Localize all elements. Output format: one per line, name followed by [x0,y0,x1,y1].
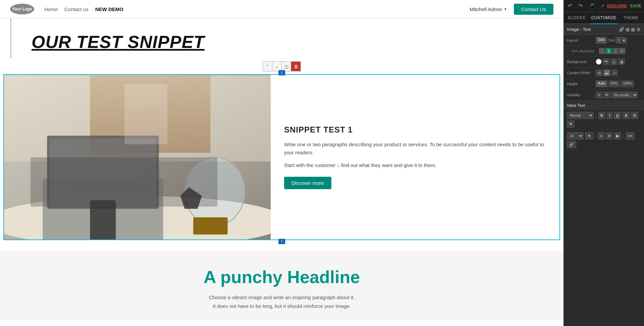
contact-button[interactable]: Contact Us [514,4,553,15]
visibility-eye-icon[interactable]: 👁 [603,92,610,98]
align-middle-icon[interactable]: ‖ [606,48,612,54]
nav-demo[interactable]: NEW DEMO [95,6,123,12]
svg-marker-10 [180,187,202,209]
text-edit-button[interactable]: ✎ [567,120,575,128]
list-ordered-button[interactable]: ≠ [606,132,612,140]
panel-top-bar: ↶ ↷ 📱 ↗ DISCARD SAVE [564,0,644,12]
block-para1: Write one or two paragraphs describing y… [284,141,546,157]
format-divider-3 [623,133,624,139]
discard-button[interactable]: DISCARD [607,3,627,8]
italic-button[interactable]: I [607,112,612,119]
strikethrough-button[interactable]: S [623,112,630,119]
grid-button[interactable]: ◫ [282,62,291,71]
punchy-headline: A punchy Headline [10,267,553,287]
svg-rect-11 [124,84,167,144]
bold-button[interactable]: B [598,112,605,119]
layout-label: Layout [567,38,594,42]
inline-text-style-row: Normal Heading 1 Heading 2 B I U S A ✎ [564,110,644,130]
content-width-controls: +‖ ▬ ▭ [596,69,618,76]
desk-image [4,75,271,239]
width-normal-icon[interactable]: ▬ [603,69,610,76]
inline-text-label: Inline Text [567,103,585,108]
bg-image-icon[interactable]: 📷 [603,58,609,65]
play-button[interactable]: ▶ [614,132,621,140]
bg-color-picker[interactable] [596,59,602,65]
height-auto-btn[interactable]: Auto [596,80,607,87]
duplicate-icon[interactable]: ▩ [631,27,635,32]
admin-caret-icon: ▼ [504,7,507,11]
vert-align-row: Vert. Alignment ⊤ ‖ ⊥ ⇅ [564,46,644,56]
grid-btn[interactable]: Grid [596,37,607,44]
visibility-label: Visibility [567,93,594,97]
panel-tabs: BLOCKS CUSTOMIZE THEME [564,12,644,24]
block-para2: Start with the customer – find out what … [284,161,546,169]
source-button[interactable]: <> [626,132,635,140]
nav-contact[interactable]: Contact us [64,6,89,12]
visibility-edit-icon[interactable]: ✎ [596,92,602,98]
trash-icon[interactable]: 🗑 [636,27,641,32]
align-bottom-icon[interactable]: ⊥ [612,48,619,54]
redo-button[interactable]: ↷ [577,2,584,10]
visibility-controls: ✎ 👁 No conditi... [596,92,638,98]
snippet-title: OUR TEST SNIPPET [32,32,543,52]
svg-rect-9 [193,217,228,234]
block-heading: SNIPPET TEST 1 [284,125,546,134]
bg-video-icon[interactable]: ◫ [610,58,617,65]
visibility-condition-select[interactable]: No conditi... [611,92,638,98]
logo: Your Logo [10,4,34,14]
list-unordered-button[interactable]: ≡ [598,132,604,140]
punchy-sub1: Choose a vibrant image and write an insp… [10,293,553,302]
block-indicator-bottom: ! [278,239,285,244]
background-controls: 📷 ◫ ▦ [596,58,625,65]
top-nav: Your Logo Home Contact us NEW DEMO Mitch… [0,0,564,18]
nav-home[interactable]: Home [44,6,58,12]
block-image [4,75,271,239]
width-expand-icon[interactable]: +‖ [596,69,602,76]
mobile-preview-button[interactable]: 📱 [587,2,597,10]
width-wide-icon[interactable]: ▭ [611,69,618,76]
height-100-btn[interactable]: 100% [621,80,634,87]
save-button[interactable]: SAVE [630,3,641,8]
link-icon[interactable]: 🔗 [619,27,624,32]
background-label: Background [567,60,594,64]
font-size-dropdown[interactable]: ▼ [585,132,593,140]
punchy-section: A punchy Headline Choose a vibrant image… [0,250,564,320]
link-button[interactable]: 🔗 [567,141,576,148]
nav-links: Home Contact us NEW DEMO [44,6,123,12]
underline-button[interactable]: U [614,112,621,119]
logo-oval: Your Logo [10,4,34,14]
font-color-button[interactable]: A [631,112,638,119]
content-width-row: Content Width +‖ ▬ ▭ [564,67,644,78]
tab-blocks[interactable]: BLOCKS [564,12,590,23]
move-down-button[interactable]: ⌄ [272,62,282,71]
copy-icon[interactable]: ▦ [626,27,630,32]
tab-theme[interactable]: THEME [618,12,644,23]
svg-rect-7 [90,200,116,239]
height-label: Height [567,82,594,86]
punchy-sub2: It does not have to be long, but it shou… [10,302,553,311]
background-row: Background 📷 ◫ ▦ [564,56,644,67]
format-divider-1 [596,113,596,118]
block-text: SNIPPET TEST 1 Write one or two paragrap… [271,75,559,239]
visibility-row: Visibility ✎ 👁 No conditi... [564,90,644,101]
admin-menu[interactable]: Mitchell Admin ▼ [470,6,507,12]
align-top-icon[interactable]: ⊤ [599,48,605,54]
cols-label: Cols [608,39,614,42]
font-size-select[interactable]: 16 12 14 18 24 [567,132,584,140]
image-text-block: ! [3,74,560,240]
move-up-button[interactable]: ⌃ [263,62,272,71]
page-content: OUR TEST SNIPPET ⌃ ⌄ ◫ 🗑 ! [0,18,564,326]
text-style-select[interactable]: Normal Heading 1 Heading 2 [567,112,594,119]
admin-name: Mitchell Admin [470,6,502,12]
height-50-btn[interactable]: 50% [608,80,620,87]
image-text-inner: SNIPPET TEST 1 Write one or two paragrap… [4,75,559,239]
discover-more-button[interactable]: Discover more [284,177,331,189]
delete-block-button[interactable]: 🗑 [291,62,301,71]
bg-pattern-icon[interactable]: ▦ [618,58,625,65]
svg-point-8 [184,157,245,226]
tab-customize[interactable]: CUSTOMIZE [590,12,618,24]
undo-button[interactable]: ↶ [566,2,574,10]
svg-rect-6 [50,138,156,206]
cols-select[interactable]: 234 [615,37,627,44]
align-stretch-icon[interactable]: ⇅ [619,48,625,54]
